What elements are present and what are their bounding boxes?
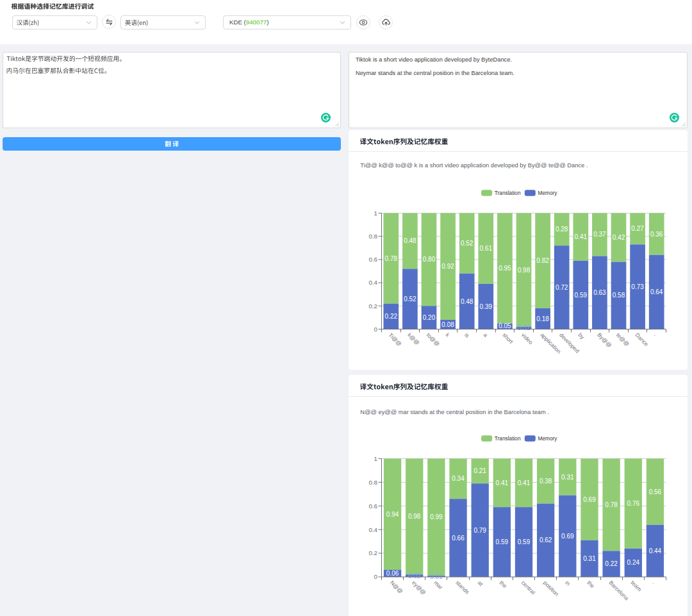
svg-text:0.38: 0.38	[540, 478, 552, 485]
svg-text:0.24: 0.24	[627, 559, 640, 566]
svg-text:0.58: 0.58	[613, 292, 625, 299]
svg-text:k: k	[444, 331, 451, 338]
svg-text:0.06: 0.06	[386, 570, 399, 577]
svg-text:0.39: 0.39	[480, 303, 493, 310]
svg-text:0.41: 0.41	[518, 479, 531, 487]
svg-text:Memory: Memory	[538, 190, 558, 196]
svg-text:.: .	[653, 331, 659, 337]
svg-text:the: the	[498, 579, 509, 590]
svg-text:0.98: 0.98	[518, 267, 531, 274]
svg-text:0.6: 0.6	[368, 256, 377, 263]
svg-text:0.22: 0.22	[605, 560, 618, 567]
svg-text:0.48: 0.48	[404, 237, 416, 244]
svg-text:0.78: 0.78	[385, 255, 398, 262]
svg-text:0.94: 0.94	[386, 511, 399, 518]
svg-text:0.28: 0.28	[556, 226, 568, 233]
svg-text:0.41: 0.41	[575, 233, 588, 240]
svg-text:is: is	[463, 331, 470, 338]
svg-text:0.34: 0.34	[452, 475, 465, 482]
svg-text:0.78: 0.78	[605, 501, 618, 508]
svg-text:at: at	[477, 579, 485, 588]
svg-text:team: team	[630, 579, 643, 593]
svg-text:0.18: 0.18	[536, 315, 549, 322]
svg-text:0.20: 0.20	[423, 314, 436, 321]
svg-text:0.2: 0.2	[368, 303, 377, 310]
svg-text:central: central	[520, 579, 536, 595]
svg-text:Translation: Translation	[495, 190, 521, 196]
svg-text:video: video	[520, 331, 534, 345]
svg-text:0.41: 0.41	[496, 479, 509, 487]
svg-text:0.21: 0.21	[474, 467, 486, 474]
svg-text:0.82: 0.82	[536, 257, 549, 264]
svg-text:0.08: 0.08	[441, 321, 454, 328]
svg-text:0: 0	[374, 573, 378, 580]
svg-text:0.02: 0.02	[408, 572, 421, 579]
svg-text:0.62: 0.62	[540, 537, 552, 544]
svg-text:0.66: 0.66	[452, 535, 465, 542]
svg-text:0.8: 0.8	[368, 479, 377, 486]
svg-text:a: a	[482, 331, 490, 338]
svg-text:0.99: 0.99	[430, 513, 443, 520]
svg-text:0.64: 0.64	[650, 288, 663, 296]
svg-text:0.95: 0.95	[498, 265, 511, 272]
svg-text:0.56: 0.56	[649, 488, 662, 495]
svg-text:0.6: 0.6	[368, 503, 377, 510]
svg-text:to@@: to@@	[425, 331, 441, 347]
svg-text:0.59: 0.59	[496, 538, 509, 545]
svg-text:0.76: 0.76	[627, 500, 640, 507]
svg-text:position: position	[542, 579, 560, 597]
svg-text:0.69: 0.69	[583, 496, 596, 503]
svg-text:0.59: 0.59	[518, 538, 531, 545]
svg-text:0.8: 0.8	[368, 233, 377, 240]
svg-text:0.44: 0.44	[649, 547, 662, 554]
svg-text:Translation: Translation	[495, 435, 521, 442]
svg-text:Barcelona: Barcelona	[607, 579, 630, 602]
svg-text:0.4: 0.4	[368, 526, 377, 533]
svg-text:0.48: 0.48	[461, 298, 474, 305]
svg-text:0.27: 0.27	[631, 225, 644, 232]
svg-text:Memory: Memory	[538, 435, 558, 442]
svg-text:0.59: 0.59	[575, 292, 588, 299]
svg-text:0.72: 0.72	[556, 284, 568, 291]
svg-text:0.52: 0.52	[461, 240, 474, 247]
svg-text:0.80: 0.80	[423, 256, 436, 263]
svg-text:0.22: 0.22	[385, 313, 398, 320]
svg-text:N@@: N@@	[389, 579, 404, 595]
svg-text:1: 1	[374, 455, 377, 462]
svg-text:0.31: 0.31	[583, 555, 596, 562]
svg-text:Dance: Dance	[634, 331, 650, 347]
svg-text:0.52: 0.52	[404, 296, 416, 303]
svg-text:0.37: 0.37	[593, 231, 606, 238]
svg-text:0.36: 0.36	[650, 231, 663, 238]
svg-text:k@@: k@@	[406, 331, 420, 345]
svg-text:Ti@@: Ti@@	[388, 331, 403, 347]
svg-text:.: .	[652, 579, 657, 585]
svg-text:1: 1	[374, 210, 377, 217]
svg-text:by: by	[577, 331, 586, 340]
svg-text:0.2: 0.2	[368, 549, 377, 556]
svg-text:0.92: 0.92	[441, 263, 454, 270]
svg-text:0.31: 0.31	[561, 474, 574, 481]
svg-text:0: 0	[374, 326, 378, 333]
svg-text:0.73: 0.73	[631, 283, 644, 290]
svg-text:ey@@: ey@@	[411, 579, 427, 596]
svg-text:0.05: 0.05	[498, 322, 511, 329]
svg-text:0.69: 0.69	[561, 533, 574, 540]
svg-text:te@@: te@@	[615, 331, 630, 347]
svg-text:0.01: 0.01	[430, 573, 443, 580]
svg-text:stands: stands	[454, 579, 470, 595]
svg-text:the: the	[586, 579, 596, 590]
svg-text:mar: mar	[432, 579, 444, 591]
svg-text:0.4: 0.4	[368, 279, 377, 286]
svg-text:0.42: 0.42	[613, 234, 625, 241]
svg-text:short: short	[501, 331, 515, 345]
svg-text:0.61: 0.61	[480, 245, 493, 252]
svg-text:0.02: 0.02	[518, 324, 531, 331]
svg-text:in: in	[564, 579, 572, 587]
svg-text:0.98: 0.98	[408, 513, 421, 520]
svg-text:0.63: 0.63	[593, 289, 606, 296]
svg-text:By@@: By@@	[596, 331, 613, 349]
svg-text:0.79: 0.79	[474, 527, 486, 534]
